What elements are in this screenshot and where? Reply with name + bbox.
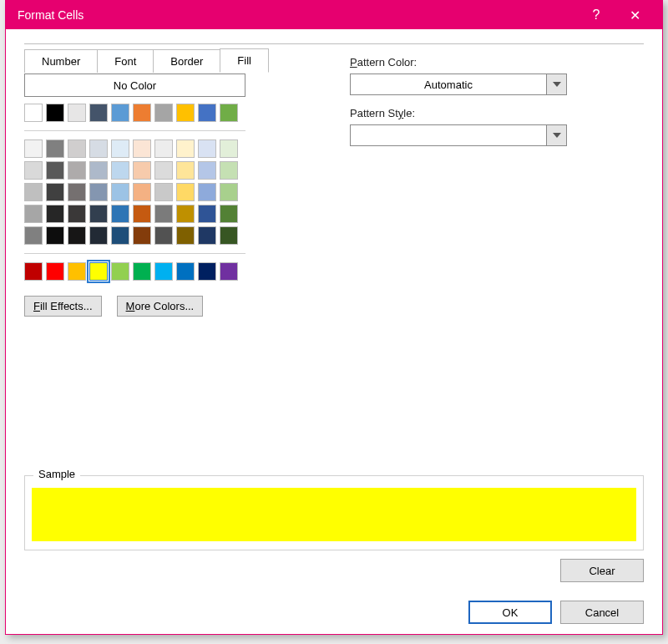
ok-button[interactable]: OK xyxy=(468,601,552,624)
pattern-section: Pattern Color: Automatic Pattern Style: xyxy=(350,56,584,317)
color-swatch[interactable] xyxy=(68,139,86,158)
color-swatch[interactable] xyxy=(68,226,86,245)
color-swatch[interactable] xyxy=(154,139,173,158)
color-swatch[interactable] xyxy=(176,205,195,223)
color-swatch[interactable] xyxy=(154,183,173,201)
color-swatch[interactable] xyxy=(220,183,238,201)
color-swatch[interactable] xyxy=(24,262,43,281)
color-swatch[interactable] xyxy=(46,161,64,180)
tab-border[interactable]: Border xyxy=(153,49,220,73)
dialog-actions: OK Cancel xyxy=(24,601,644,624)
chevron-down-icon[interactable] xyxy=(546,74,566,94)
color-swatch[interactable] xyxy=(89,205,108,223)
chevron-down-icon[interactable] xyxy=(546,125,566,145)
color-swatch[interactable] xyxy=(46,205,64,223)
color-swatch[interactable] xyxy=(24,226,43,245)
color-swatch[interactable] xyxy=(133,104,151,122)
color-swatch[interactable] xyxy=(154,226,173,245)
color-swatch[interactable] xyxy=(198,139,216,158)
color-swatch[interactable] xyxy=(133,262,151,281)
color-swatch[interactable] xyxy=(24,205,43,223)
color-swatch[interactable] xyxy=(111,262,129,281)
help-icon[interactable]: ? xyxy=(577,1,615,29)
color-swatch[interactable] xyxy=(89,183,108,201)
color-swatch[interactable] xyxy=(46,226,64,245)
sample-preview xyxy=(32,488,636,541)
color-swatch[interactable] xyxy=(24,104,43,122)
color-swatch[interactable] xyxy=(220,161,238,180)
color-swatch[interactable] xyxy=(198,262,216,281)
color-swatch[interactable] xyxy=(198,205,216,223)
color-swatch[interactable] xyxy=(89,104,108,122)
standard-color-row xyxy=(24,262,275,281)
color-swatch[interactable] xyxy=(24,161,43,180)
color-swatch[interactable] xyxy=(198,104,216,122)
color-swatch[interactable] xyxy=(68,104,86,122)
color-swatch[interactable] xyxy=(220,205,238,223)
color-swatch[interactable] xyxy=(176,139,195,158)
color-swatch[interactable] xyxy=(133,183,151,201)
color-swatch[interactable] xyxy=(111,139,129,158)
color-swatch[interactable] xyxy=(111,104,129,122)
color-swatch[interactable] xyxy=(68,262,86,281)
cancel-button[interactable]: Cancel xyxy=(560,601,644,624)
color-swatch[interactable] xyxy=(89,161,108,180)
color-swatch[interactable] xyxy=(111,205,129,223)
tab-fill[interactable]: Fill xyxy=(220,48,269,73)
color-swatch[interactable] xyxy=(176,262,195,281)
color-swatch[interactable] xyxy=(68,161,86,180)
no-color-button[interactable]: No Color xyxy=(24,74,245,97)
color-swatch[interactable] xyxy=(176,104,195,122)
fill-effects-button[interactable]: Fill Effects... xyxy=(24,296,102,317)
color-swatch[interactable] xyxy=(220,262,238,281)
color-swatch[interactable] xyxy=(220,139,238,158)
color-swatch[interactable] xyxy=(176,226,195,245)
close-icon[interactable]: ✕ xyxy=(615,1,654,29)
color-swatch[interactable] xyxy=(176,183,195,201)
color-swatch[interactable] xyxy=(111,161,129,180)
background-color-section: Background Color: No Color Fill Effects.… xyxy=(24,56,275,317)
clear-button[interactable]: Clear xyxy=(560,559,644,582)
color-swatch[interactable] xyxy=(46,139,64,158)
theme-color-row xyxy=(24,104,275,122)
color-swatch[interactable] xyxy=(111,226,129,245)
pattern-color-dropdown[interactable]: Automatic xyxy=(350,74,567,95)
more-colors-button[interactable]: More Colors... xyxy=(117,296,204,317)
color-swatch[interactable] xyxy=(154,262,173,281)
titlebar[interactable]: Format Cells ? ✕ xyxy=(6,1,662,29)
color-swatch[interactable] xyxy=(133,205,151,223)
pattern-color-value: Automatic xyxy=(351,74,546,94)
pattern-color-label: Pattern Color: xyxy=(350,56,584,68)
tab-content-fill: Background Color: No Color Fill Effects.… xyxy=(24,56,644,624)
color-swatch[interactable] xyxy=(89,226,108,245)
color-swatch[interactable] xyxy=(68,205,86,223)
color-swatch[interactable] xyxy=(89,262,108,281)
pattern-style-dropdown[interactable] xyxy=(350,124,567,146)
color-swatch[interactable] xyxy=(198,161,216,180)
color-swatch[interactable] xyxy=(68,183,86,201)
sample-group: Sample xyxy=(24,475,644,550)
color-swatch[interactable] xyxy=(133,161,151,180)
color-swatch[interactable] xyxy=(176,161,195,180)
theme-shade-grid xyxy=(24,139,275,245)
color-swatch[interactable] xyxy=(24,139,43,158)
color-swatch[interactable] xyxy=(46,104,64,122)
tab-font[interactable]: Font xyxy=(97,49,154,73)
color-swatch[interactable] xyxy=(198,183,216,201)
color-swatch[interactable] xyxy=(133,139,151,158)
color-swatch[interactable] xyxy=(154,205,173,223)
tab-number[interactable]: Number xyxy=(24,49,98,73)
sample-label: Sample xyxy=(33,468,80,480)
color-swatch[interactable] xyxy=(89,139,108,158)
color-swatch[interactable] xyxy=(198,226,216,245)
color-swatch[interactable] xyxy=(111,183,129,201)
color-swatch[interactable] xyxy=(154,161,173,180)
color-swatch[interactable] xyxy=(46,262,64,281)
color-swatch[interactable] xyxy=(24,183,43,201)
color-swatch[interactable] xyxy=(220,226,238,245)
color-swatch[interactable] xyxy=(133,226,151,245)
color-swatch[interactable] xyxy=(154,104,173,122)
dialog-title: Format Cells xyxy=(18,8,577,22)
color-swatch[interactable] xyxy=(220,104,238,122)
color-swatch[interactable] xyxy=(46,183,64,201)
